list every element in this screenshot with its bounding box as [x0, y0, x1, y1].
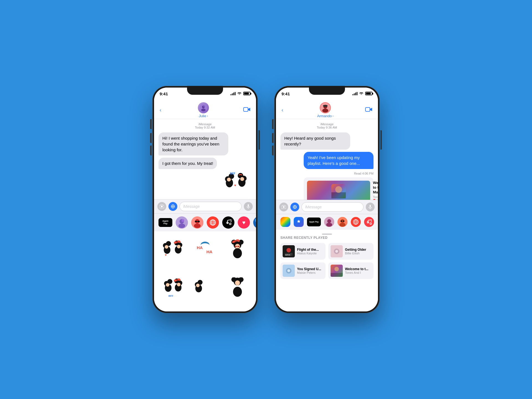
globe-tray-1[interactable]	[207, 216, 219, 229]
music-card[interactable]: Welcome to the Madhouse Tones And I Musi…	[304, 177, 374, 200]
svg-point-23	[178, 224, 185, 228]
svg-point-59	[235, 240, 237, 242]
sticker-1[interactable]: ♥	[157, 235, 188, 265]
status-right-1	[231, 91, 250, 96]
svg-point-116	[287, 269, 290, 272]
album-art-madhouse	[307, 181, 370, 200]
back-button-2[interactable]: ‹	[282, 107, 283, 113]
track-2-info: Getting Older Billie Eilish	[345, 248, 371, 255]
track-2-album	[331, 245, 343, 257]
svg-point-31	[229, 223, 231, 225]
track-3-info: You Signed U... Maisie Peters	[297, 267, 323, 274]
svg-point-106	[370, 223, 372, 224]
phone-1: 9:41 ‹	[152, 86, 258, 313]
sticker-2[interactable]: HA HA	[190, 235, 220, 265]
music-artist: Tones And I	[373, 195, 378, 199]
app-tray-1: ApplePay	[154, 213, 256, 231]
svg-rect-87	[323, 105, 328, 107]
svg-point-66	[166, 283, 169, 287]
svg-point-93	[283, 206, 285, 208]
sticker-3[interactable]	[222, 235, 253, 265]
memoji2-tray-1[interactable]	[191, 216, 203, 229]
timestamp-1: iMessage Today 9:32 AM	[158, 122, 252, 129]
back-button-1[interactable]: ‹	[160, 107, 161, 113]
track-4-album	[331, 265, 343, 277]
music-tray-2[interactable]	[364, 217, 374, 227]
track-3-album	[283, 265, 295, 277]
svg-point-47	[176, 241, 178, 243]
camera-button-1[interactable]	[157, 202, 166, 211]
track-4-info: Welcome to t... Tones And I	[345, 267, 371, 274]
track-2-title: Getting Older	[345, 248, 371, 252]
nav-bar-1: ‹ Julie ›	[154, 101, 256, 119]
appstore-tray-2[interactable]	[294, 217, 304, 227]
svg-point-70	[177, 283, 180, 286]
memoji2-tray-2[interactable]	[337, 217, 347, 227]
time-2: 9:41	[282, 91, 290, 96]
track-1[interactable]: HIATUS Flight of the... Hiatus Kaiyote	[280, 243, 326, 260]
track-3[interactable]: You Signed U... Maisie Peters	[280, 262, 326, 279]
video-button-1[interactable]	[243, 107, 250, 113]
bubble-sent-1: Yeah! I've been updating my playlist. He…	[304, 152, 374, 169]
memoji-tray-2[interactable]	[324, 217, 334, 227]
svg-text:HA: HA	[197, 245, 203, 250]
svg-text:♥: ♥	[234, 183, 236, 187]
app-tray-2: Apple Pay	[276, 214, 378, 230]
heart-tray-1[interactable]: ♥	[238, 216, 250, 229]
svg-text:♥: ♥	[165, 253, 167, 257]
memoji-tray-1[interactable]	[176, 216, 188, 229]
camera-button-2[interactable]	[279, 203, 288, 211]
svg-rect-18	[248, 204, 249, 207]
track-4[interactable]: Welcome to t... Tones And I	[328, 262, 374, 279]
svg-rect-4	[244, 108, 248, 111]
svg-point-44	[177, 245, 180, 249]
svg-rect-103	[341, 221, 342, 222]
svg-point-113	[335, 250, 338, 253]
sticker-4[interactable]: BFF	[157, 273, 188, 303]
music-grid: HIATUS Flight of the... Hiatus Kaiyote	[280, 243, 374, 279]
contact-name-julie[interactable]: Julie ›	[199, 114, 208, 118]
battery-icon-1	[243, 92, 250, 95]
music-tray-1[interactable]	[222, 216, 234, 229]
contact-name-armando[interactable]: Armando ›	[317, 114, 333, 118]
photos-tray-2[interactable]	[280, 217, 290, 227]
disney-tray-1[interactable]	[253, 216, 256, 229]
audio-button-2[interactable]	[366, 203, 375, 211]
sticker-6[interactable]	[222, 273, 253, 303]
signal-icon-2	[352, 92, 357, 95]
globe-tray-2[interactable]	[351, 217, 361, 227]
video-button-2[interactable]	[365, 107, 372, 113]
time-1: 9:41	[160, 91, 168, 96]
applepay-tray-1[interactable]: ApplePay	[158, 218, 172, 227]
track-4-title: Welcome to t...	[345, 267, 371, 271]
svg-point-56	[233, 248, 242, 258]
share-section: SHARE RECENTLY PLAYED HIATUS	[276, 230, 378, 311]
audio-button-1[interactable]	[244, 202, 253, 211]
track-2[interactable]: Getting Older Billie Eilish	[328, 243, 374, 260]
svg-rect-27	[195, 221, 197, 222]
notch-2	[309, 86, 345, 95]
bff-sticker-svg: BFF ♥	[222, 171, 249, 195]
input-bar-2: iMessage	[276, 200, 378, 214]
avatar-julie[interactable]	[198, 102, 209, 113]
nav-center-1: Julie ›	[163, 102, 243, 118]
svg-rect-88	[365, 108, 370, 111]
svg-point-26	[194, 224, 201, 228]
music-title: Welcome to the Madhouse	[373, 181, 378, 195]
notch-1	[187, 86, 223, 95]
message-input-1[interactable]: iMessage	[180, 202, 242, 211]
track-1-title: Flight of the...	[297, 248, 323, 252]
nav-bar-2: ‹ Armando ›	[276, 101, 378, 119]
apps-button-2[interactable]	[290, 203, 299, 211]
svg-text:BFF: BFF	[230, 172, 235, 175]
messages-area-2: iMessage Today 9:36 AM Hey! Heard any go…	[276, 119, 378, 200]
message-input-2[interactable]: iMessage	[301, 202, 364, 212]
bubble-received-3: Hey! Heard any good songs recently?	[280, 132, 350, 150]
apps-button-1[interactable]	[168, 202, 177, 211]
applepay-tray-2[interactable]: Apple Pay	[307, 218, 321, 226]
sticker-5[interactable]	[190, 273, 220, 303]
music-info: Welcome to the Madhouse Tones And I Musi…	[373, 181, 378, 200]
svg-point-108	[287, 248, 291, 252]
track-1-artist: Hiatus Kaiyote	[297, 252, 323, 255]
avatar-armando[interactable]	[320, 102, 331, 113]
